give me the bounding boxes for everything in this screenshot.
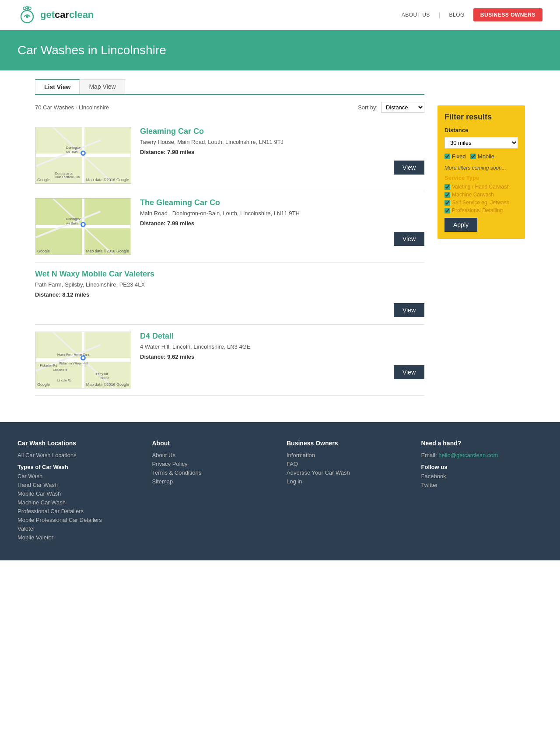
footer-link[interactable]: Log in: [287, 478, 408, 485]
footer-link[interactable]: Sitemap: [152, 478, 274, 485]
listing-address: Tawny House, Main Road, Louth, Lincolnsh…: [140, 139, 424, 145]
service-checkbox[interactable]: [444, 200, 450, 206]
distance-label: Distance: [444, 127, 518, 133]
listing-distance: Distance: 8.12 miles: [35, 291, 424, 298]
listing-address: Main Road , Donington-on-Bain, Louth, Li…: [140, 210, 424, 217]
listing-map: Doningtonon BainDonington onBain Footbal…: [35, 127, 131, 184]
service-checkbox-item[interactable]: Self Service eg. Jetwash: [444, 199, 518, 206]
svg-text:Fiskerton Village Hall: Fiskerton Village Hall: [60, 362, 88, 365]
fixed-checkbox[interactable]: [444, 154, 450, 159]
footer-link[interactable]: Mobile Car Wash: [18, 490, 139, 497]
view-button[interactable]: View: [394, 365, 424, 379]
service-checkbox-item[interactable]: Valeting / Hand Carwash: [444, 184, 518, 190]
footer-link[interactable]: Terms & Conditions: [152, 469, 274, 476]
site-footer: Car Wash Locations All Car Wash Location…: [0, 422, 560, 560]
footer-link[interactable]: About Us: [152, 452, 274, 458]
google-watermark: Google: [37, 249, 50, 253]
footer-col1-links: All Car Wash Locations: [18, 452, 139, 458]
footer-link[interactable]: Privacy Policy: [152, 461, 274, 467]
footer-col2-title: About: [152, 440, 274, 447]
listing-title[interactable]: Wet N Waxy Mobile Car Valeters: [35, 269, 424, 279]
footer-link[interactable]: Car Wash: [18, 473, 139, 479]
site-header: getcarclean ABOUT US | BLOG BUSINESS OWN…: [0, 0, 560, 30]
svg-text:Bain Football Club: Bain Football Club: [55, 175, 80, 178]
footer-social-link[interactable]: Facebook: [421, 473, 543, 479]
footer-link[interactable]: Professional Car Detailers: [18, 508, 139, 514]
svg-text:Donington: Donington: [66, 217, 82, 221]
footer-email-row: Email: hello@getcarclean.com: [421, 452, 543, 458]
listing-map: Home From Home CareFiskerton Village Hal…: [35, 332, 131, 388]
service-checkbox[interactable]: [444, 208, 450, 213]
listing-info: Gleaming Car Co Tawny House, Main Road, …: [140, 127, 424, 175]
apply-button[interactable]: Apply: [444, 218, 477, 232]
hero-section: Car Washes in Lincolnshire: [0, 30, 560, 70]
fixed-label: Fixed: [452, 153, 466, 160]
footer-col-business: Business Owners InformationFAQAdvertise …: [287, 440, 408, 543]
google-watermark: Google: [37, 178, 50, 182]
footer-col4-title: Need a hand?: [421, 440, 543, 447]
footer-grid: Car Wash Locations All Car Wash Location…: [18, 440, 542, 543]
listing-card: Wet N Waxy Mobile Car Valeters Path Farm…: [35, 262, 424, 325]
footer-col2-links: About UsPrivacy PolicyTerms & Conditions…: [152, 452, 274, 485]
service-checkbox-item[interactable]: Machine Carwash: [444, 192, 518, 198]
svg-point-31: [82, 357, 84, 359]
listing-distance: Distance: 7.99 miles: [140, 220, 424, 227]
listing-address: Path Farm, Spilsby, Lincolnshire, PE23 4…: [35, 281, 424, 288]
sort-control: Sort by: Distance Name: [358, 102, 424, 113]
nav-blog[interactable]: BLOG: [449, 12, 464, 18]
tab-list-view[interactable]: List View: [35, 79, 80, 94]
service-checkbox[interactable]: [444, 192, 450, 198]
logo-icon: [18, 5, 37, 24]
footer-link[interactable]: Machine Car Wash: [18, 499, 139, 506]
filter-sidebar: Filter results Distance 30 miles 10 mile…: [438, 105, 525, 239]
footer-link[interactable]: Mobile Valeter: [18, 534, 139, 541]
fixed-mobile-filter: Fixed Mobile: [444, 153, 518, 160]
main-nav: ABOUT US | BLOG BUSINESS OWNERS: [402, 8, 542, 21]
svg-text:Fiskert...: Fiskert...: [100, 377, 112, 380]
svg-text:Lincoln Rd: Lincoln Rd: [57, 379, 72, 382]
service-checkboxes: Valeting / Hand CarwashMachine CarwashSe…: [444, 184, 518, 213]
fixed-checkbox-item[interactable]: Fixed: [444, 153, 466, 160]
svg-text:Home From Home Care: Home From Home Care: [57, 353, 90, 356]
listing-title[interactable]: D4 Detail: [140, 332, 424, 341]
map-copyright: Map data ©2016 Google: [86, 382, 129, 387]
service-label: Self Service eg. Jetwash: [452, 199, 509, 206]
service-label: Valeting / Hand Carwash: [452, 184, 510, 190]
footer-col1-type-links: Car WashHand Car WashMobile Car WashMach…: [18, 473, 139, 541]
view-button[interactable]: View: [394, 303, 424, 317]
sort-select[interactable]: Distance Name: [381, 102, 424, 113]
footer-link[interactable]: FAQ: [287, 461, 408, 467]
svg-text:Donington: Donington: [66, 146, 82, 150]
footer-link[interactable]: Hand Car Wash: [18, 482, 139, 488]
main-container: List View Map View 70 Car Washes · Linco…: [18, 70, 542, 405]
view-button[interactable]: View: [394, 161, 424, 175]
footer-social-link[interactable]: Twitter: [421, 482, 543, 488]
service-checkbox[interactable]: [444, 184, 450, 190]
mobile-checkbox[interactable]: [470, 154, 476, 159]
listing-distance: Distance: 7.98 miles: [140, 149, 424, 155]
footer-link[interactable]: All Car Wash Locations: [18, 452, 139, 458]
footer-link[interactable]: Advertise Your Car Wash: [287, 469, 408, 476]
view-tabs: List View Map View: [35, 79, 424, 95]
listing-distance: Distance: 9.62 miles: [140, 353, 424, 360]
nav-about[interactable]: ABOUT US: [402, 12, 430, 18]
footer-email[interactable]: hello@getcarclean.com: [438, 452, 498, 458]
google-watermark: Google: [37, 382, 50, 387]
listing-title[interactable]: Gleaming Car Co: [140, 127, 424, 136]
distance-select[interactable]: 30 miles 10 miles 20 miles 50 miles: [444, 137, 518, 149]
svg-text:Donington on: Donington on: [55, 172, 73, 175]
service-checkbox-item[interactable]: Professional Detailing: [444, 207, 518, 213]
listing-info: Wet N Waxy Mobile Car Valeters Path Farm…: [35, 269, 424, 317]
listing-card: Doningtonon BainDonington onBain Footbal…: [35, 120, 424, 191]
footer-link[interactable]: Valeter: [18, 525, 139, 532]
mobile-checkbox-item[interactable]: Mobile: [470, 153, 494, 160]
business-owners-button[interactable]: BUSINESS OWNERS: [473, 8, 542, 21]
footer-col-contact: Need a hand? Email: hello@getcarclean.co…: [421, 440, 543, 543]
listing-title[interactable]: The Gleaming Car Co: [140, 198, 424, 207]
tab-map-view[interactable]: Map View: [80, 79, 125, 94]
mobile-label: Mobile: [478, 153, 494, 160]
logo[interactable]: getcarclean: [18, 5, 94, 24]
footer-link[interactable]: Mobile Professional Car Detailers: [18, 517, 139, 523]
footer-link[interactable]: Information: [287, 452, 408, 458]
view-button[interactable]: View: [394, 232, 424, 246]
